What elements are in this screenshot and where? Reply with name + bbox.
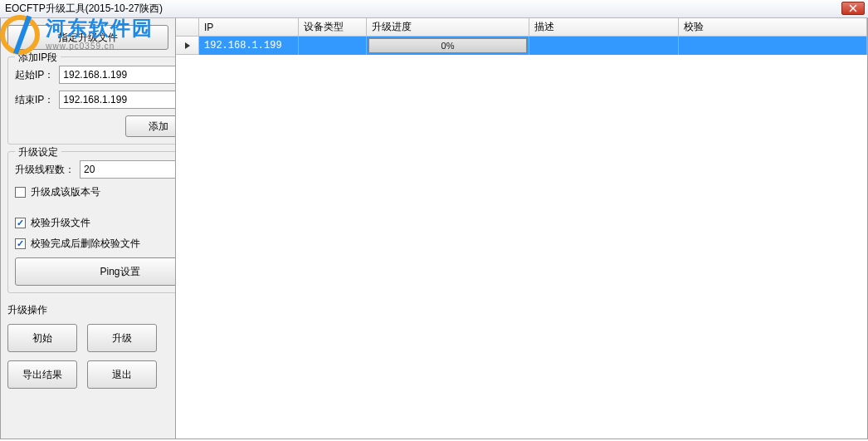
start-ip-input[interactable] bbox=[59, 66, 192, 84]
grid-corner bbox=[176, 18, 199, 36]
upgrade-button[interactable]: 升级 bbox=[87, 324, 157, 352]
progress-bar: 0% bbox=[368, 38, 527, 53]
group-title: 升级设定 bbox=[15, 145, 61, 159]
titlebar: EOCFTP升级工具(2015-10-27陕西) bbox=[0, 0, 868, 18]
verify-file-checkbox[interactable] bbox=[15, 218, 26, 228]
version-check-label: 升级成该版本号 bbox=[31, 185, 100, 199]
cell-desc bbox=[529, 37, 679, 55]
verify-file-label: 校验升级文件 bbox=[31, 216, 90, 230]
row-indicator bbox=[176, 37, 199, 55]
table-row[interactable]: 192.168.1.199 0% bbox=[176, 37, 867, 55]
cell-progress: 0% bbox=[367, 37, 529, 55]
window-title: EOCFTP升级工具(2015-10-27陕西) bbox=[2, 2, 163, 16]
col-header-verify[interactable]: 校验 bbox=[679, 18, 867, 36]
verify-delete-label: 校验完成后删除校验文件 bbox=[31, 237, 140, 251]
group-title: 添加IP段 bbox=[15, 51, 61, 65]
close-icon bbox=[849, 4, 857, 12]
export-results-button[interactable]: 导出结果 bbox=[7, 360, 77, 389]
client-area: 指定升级文件 添加IP段 起始IP： 结束IP： 添加 升级设定 升级线程数： bbox=[0, 18, 868, 439]
verify-delete-checkbox[interactable] bbox=[15, 238, 26, 249]
sidebar: 指定升级文件 添加IP段 起始IP： 结束IP： 添加 升级设定 升级线程数： bbox=[1, 18, 175, 439]
svg-marker-2 bbox=[185, 42, 190, 49]
exit-button[interactable]: 退出 bbox=[87, 360, 157, 389]
select-upgrade-file-button[interactable]: 指定升级文件 bbox=[7, 25, 168, 50]
grid-header: IP 设备类型 升级进度 描述 校验 bbox=[176, 18, 867, 37]
col-header-progress[interactable]: 升级进度 bbox=[367, 18, 529, 36]
add-ip-group: 添加IP段 起始IP： 结束IP： 添加 bbox=[7, 56, 199, 145]
upgrade-actions-group: 升级操作 初始 升级 导出结果 退出 bbox=[7, 300, 168, 392]
data-grid[interactable]: IP 设备类型 升级进度 描述 校验 192.168.1.199 0% bbox=[175, 18, 867, 439]
threads-label: 升级线程数： bbox=[15, 163, 75, 177]
init-button[interactable]: 初始 bbox=[7, 324, 77, 352]
close-button[interactable] bbox=[841, 2, 865, 15]
col-header-desc[interactable]: 描述 bbox=[529, 18, 679, 36]
col-header-type[interactable]: 设备类型 bbox=[299, 18, 367, 36]
cell-ip: 192.168.1.199 bbox=[199, 37, 299, 55]
group-title: 升级操作 bbox=[7, 303, 168, 317]
cell-verify bbox=[679, 37, 867, 55]
cell-type bbox=[299, 37, 367, 55]
end-ip-input[interactable] bbox=[59, 91, 192, 109]
row-pointer-icon bbox=[183, 42, 192, 50]
col-header-ip[interactable]: IP bbox=[199, 18, 299, 36]
end-ip-label: 结束IP： bbox=[15, 93, 54, 107]
start-ip-label: 起始IP： bbox=[15, 68, 54, 82]
version-checkbox[interactable] bbox=[15, 187, 26, 198]
